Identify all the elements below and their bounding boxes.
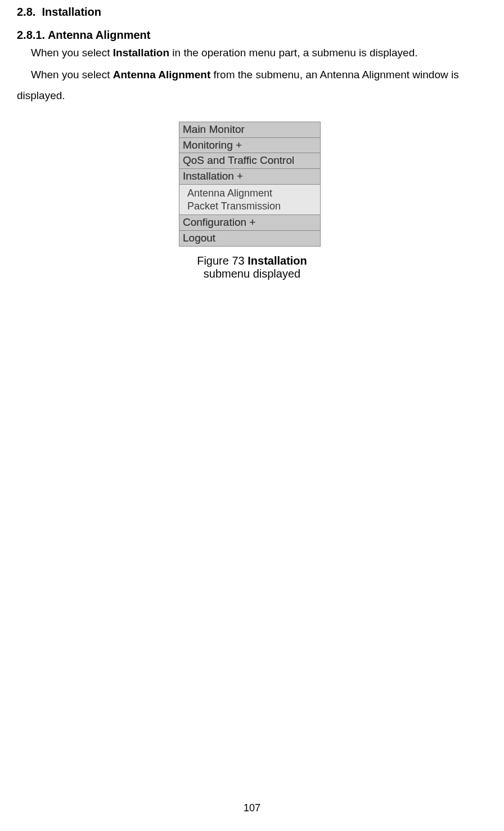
p2-pre: When you select — [31, 69, 113, 81]
paragraph-1: When you select Installation in the oper… — [31, 45, 487, 61]
section-title: Installation — [42, 6, 101, 18]
operation-menu: Main Monitor Monitoring + QoS and Traffi… — [179, 122, 321, 247]
subsection-title: Antenna Alignment — [48, 29, 151, 41]
paragraph-2: When you select Antenna Alignment from t… — [17, 64, 487, 106]
page-number: 107 — [0, 802, 504, 814]
p1-bold: Installation — [113, 47, 169, 59]
menu-item-logout[interactable]: Logout — [179, 231, 320, 246]
p2-bold: Antenna Alignment — [113, 69, 210, 81]
menu-item-installation[interactable]: Installation + — [179, 169, 320, 185]
figure: Main Monitor Monitoring + QoS and Traffi… — [179, 122, 325, 280]
p1-post: in the operation menu part, a submenu is… — [169, 47, 418, 59]
caption-bold: Installation — [248, 254, 307, 267]
p2-post2: displayed. — [17, 90, 65, 101]
p2-post1: from the submenu, an Antenna Alignment w… — [210, 69, 458, 81]
caption-pre: Figure 73 — [197, 254, 248, 267]
subsection-number: 2.8.1. — [17, 29, 45, 41]
submenu-installation: Antenna Alignment Packet Transmission — [179, 185, 320, 215]
section-heading: 2.8. Installation — [17, 6, 504, 19]
menu-item-configuration[interactable]: Configuration + — [179, 215, 320, 231]
section-number: 2.8. — [17, 6, 35, 18]
submenu-item-packet-transmission[interactable]: Packet Transmission — [187, 200, 317, 213]
caption-post: submenu displayed — [204, 267, 300, 280]
p1-pre: When you select — [31, 47, 113, 59]
figure-caption: Figure 73 Installation submenu displayed — [179, 254, 325, 280]
subsection-heading: 2.8.1. Antenna Alignment — [17, 29, 504, 42]
menu-item-main-monitor[interactable]: Main Monitor — [179, 122, 320, 138]
menu-item-qos-traffic[interactable]: QoS and Traffic Control — [179, 153, 320, 169]
submenu-item-antenna-alignment[interactable]: Antenna Alignment — [187, 187, 317, 200]
menu-item-monitoring[interactable]: Monitoring + — [179, 138, 320, 154]
